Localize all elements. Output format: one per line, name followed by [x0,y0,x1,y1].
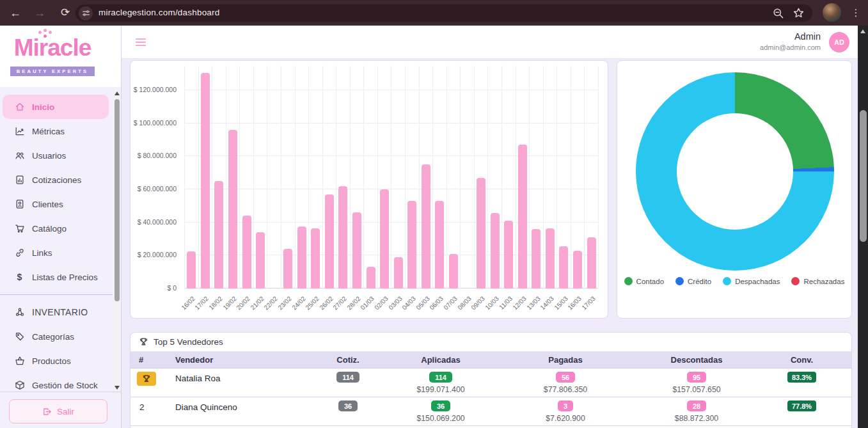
bar-slot [419,66,433,289]
app-logo: Miracle BEAUTY EXPERTS [0,26,121,87]
y-axis-tick-label: $ 0 [167,284,177,292]
link-icon [14,248,25,258]
sales-bar-chart-card: $ 0$ 20.000.000$ 40.000.000$ 60.000.000$… [130,60,608,319]
bar-slot [501,66,516,289]
bar-17-02 [201,73,210,289]
legend-item-despachadas[interactable]: Despachadas [723,277,780,285]
amount-text: $7.620.900 [546,414,585,423]
y-axis-tick-label: $ 100.000.000 [134,119,177,127]
pagadas-badge: 56 [556,372,575,383]
column-header-vendedor: Vendedor [166,355,303,365]
bar-10-03 [491,213,500,289]
y-axis-tick-label: $ 60.000.000 [138,185,177,193]
sidebar-item-gestion-de-stock[interactable]: Gestión de Stock [0,373,113,397]
sidebar-item-inventario[interactable]: INVENTARIO [0,300,113,324]
page-scrollbar[interactable] [858,26,868,428]
sidebar-item-metricas[interactable]: Métricas [0,119,113,143]
table-title-row: Top 5 Vendedores [130,333,851,352]
bar-slot [377,66,391,289]
top-sellers-card: Top 5 Vendedores #VendedorCotiz.Aplicada… [130,332,852,428]
user-avatar[interactable]: AD [829,32,849,52]
tag-icon [14,331,25,342]
sidebar-divider [0,392,121,392]
aplicadas-badge: 36 [431,400,450,411]
bar-04-03 [407,201,416,289]
bookmark-star-icon[interactable] [793,7,805,19]
menu-dots-icon[interactable]: ⋮ [851,4,861,22]
scroll-up-arrow-icon[interactable] [860,29,865,33]
bar-11-03 [504,221,513,289]
rank-trophy-icon [137,372,156,386]
sidebar-item-listas-de-precios[interactable]: $Listas de Precios [0,265,113,289]
scroll-up-arrow-icon[interactable] [114,91,120,95]
bar-slot [198,66,212,289]
sidebar-item-catalogo[interactable]: Catálogo [0,216,113,241]
status-donut-chart-card: ContadoCréditoDespachadasRechazadas [617,60,852,319]
box-icon [14,380,25,391]
legend-item-rechazadas[interactable]: Rechazadas [791,277,844,285]
vendor-name: Diana Quinceno [175,400,237,412]
logo-subtitle: BEAUTY EXPERTS [10,67,95,76]
sidebar-item-label: INVENTARIO [32,307,88,317]
table-title: Top 5 Vendedores [154,337,223,347]
y-axis-tick-label: $ 20.000.000 [138,251,177,258]
bar-16-02 [187,251,196,289]
page-scrollbar-thumb[interactable] [860,110,867,242]
sidebar-scrollbar-thumb[interactable] [114,99,120,301]
bar-15-03 [559,246,568,289]
forward-icon[interactable]: → [31,4,49,22]
refresh-icon[interactable]: ⟳ [56,4,74,22]
y-axis-tick-label: $ 120.000.000 [134,86,177,93]
bar-13-03 [532,229,541,289]
legend-label: Despachadas [735,278,780,285]
bar-01-03 [367,267,375,289]
sidebar-item-usuarios[interactable]: Usuarios [0,143,113,168]
sidebar-item-clientes[interactable]: Clientes [0,192,113,216]
aplicadas-badge: 114 [429,372,452,383]
url-bar[interactable]: miraclegestion.com/dashboard [75,4,812,22]
bar-06-03 [435,201,444,289]
legend-item-credito[interactable]: Crédito [675,277,711,285]
bar-slot [226,66,240,289]
legend-label: Crédito [688,278,711,285]
legend-dot [624,277,633,285]
sidebar-item-productos[interactable]: Productos [0,349,113,373]
bar-slot [460,66,474,289]
bar-slot [432,66,446,289]
sidebar-item-cotizaciones[interactable]: Cotizaciones [0,168,113,192]
sidebar-item-label: Clientes [32,200,63,209]
legend-item-contado[interactable]: Contado [624,277,664,285]
scroll-down-arrow-icon[interactable] [114,386,120,390]
logout-button[interactable]: Salir [9,399,107,424]
rank-number: 2 [137,400,145,412]
sidebar-item-categorias[interactable]: Categorías [0,324,113,349]
sidebar-item-links[interactable]: Links [0,241,113,265]
zoom-icon[interactable] [772,7,784,19]
hamburger-icon[interactable] [136,38,146,47]
sidebar: Miracle BEAUTY EXPERTS InicioMétricasUsu… [0,26,122,428]
x-axis-tick-label: 16/02 [180,295,196,311]
sidebar-item-inicio[interactable]: Inicio [3,95,109,119]
bar-16-03 [573,251,582,289]
bar-slot [391,66,405,289]
sidebar-item-label: Usuarios [32,151,66,161]
sidebar-scrollbar[interactable] [113,90,121,392]
donut-hole [677,113,793,230]
home-icon [14,102,25,113]
site-settings-icon[interactable] [79,6,93,20]
back-icon[interactable]: ← [6,4,24,22]
quotes-icon [14,175,25,186]
table-header: #VendedorCotiz.AplicadasPagadasDescontad… [130,352,851,369]
profile-avatar[interactable] [823,3,841,22]
browser-toolbar: ← → ⟳ miraclegestion.com/dashboard ⋮ [0,0,868,26]
table-body: Natalia Roa114114$199.071.40056$77.806.3… [130,369,851,426]
bar-slot [543,66,557,289]
conversion-badge: 77.8% [787,400,816,411]
cotiz-badge: 36 [338,400,358,411]
sidebar-item-label: Catálogo [32,224,67,234]
bar-19-02 [228,130,237,289]
x-axis-tick: 17/03 [585,291,599,318]
sidebar-section-divider [0,294,113,295]
top-header: Admin admin@admin.com AD [122,26,858,59]
column-header-: # [130,355,166,365]
